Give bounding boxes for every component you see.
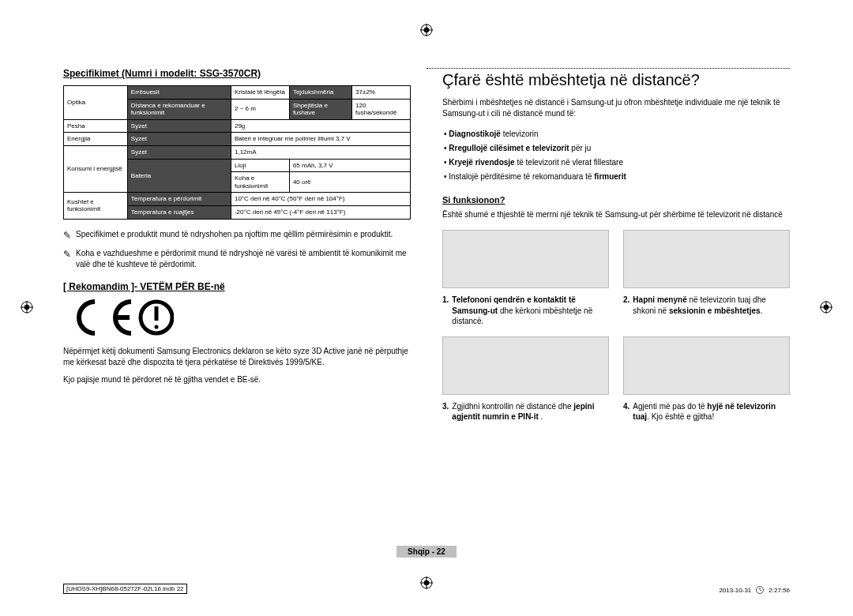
cell: Lloji <box>231 159 289 172</box>
remote-capabilities-list: Diagnostikojë televizorin Rregullojë cil… <box>442 127 790 184</box>
note-icon: ✎ <box>63 229 71 242</box>
cell: 1,12mA <box>231 145 410 159</box>
step-number: 2. <box>623 295 629 327</box>
list-item: Kryejë rivendosje të televizorit në vler… <box>453 156 790 170</box>
illustration-agent-access <box>623 336 790 395</box>
cell: Syzet <box>127 119 231 133</box>
cell: Kristale të lëngëta <box>231 86 289 100</box>
ce-mark-icon <box>63 299 411 338</box>
reg-mark-left <box>21 301 33 315</box>
clock-icon <box>756 586 764 594</box>
cell: Temperatura e përdorimit <box>127 193 231 206</box>
step-text: Telefononi qendrën e kontaktit të Samsun… <box>452 295 609 327</box>
cell: Syzet <box>127 145 231 159</box>
step-4: 4. Agjenti më pas do të hyjë në televizo… <box>623 401 790 423</box>
print-time: 2:27:56 <box>768 587 790 594</box>
note-icon: ✎ <box>63 248 71 270</box>
cell: Temperatura e ruajtjes <box>127 205 231 219</box>
left-column: Specifikimet (Numri i modelit: SSG-3570C… <box>63 68 411 423</box>
cell: Bateri e integruar me polimer litiumi 3,… <box>231 133 410 146</box>
cell: 10°C deri në 40°C (50°F deri në 104°F) <box>231 193 410 206</box>
cell: Errësuesit <box>127 86 231 100</box>
cell: Shpejtësia e fushave <box>289 99 351 119</box>
eu-recommendation-heading: [ Rekomandim ]- VETËM PËR BE-në <box>63 281 411 292</box>
cell: Kushtet e funksionimit <box>64 193 128 219</box>
step-number: 3. <box>442 401 449 423</box>
remote-support-intro: Shërbimi i mbështetjes në distancë i Sam… <box>442 97 790 119</box>
svg-line-22 <box>760 590 761 591</box>
cell: 120 fusha/sekondë <box>352 99 411 119</box>
cell: Bateria <box>127 159 231 193</box>
note-text: Specifikimet e produktit mund të ndrysho… <box>76 229 393 242</box>
step-3: 3. Zgjidhni kontrollin në distancë dhe j… <box>442 401 609 423</box>
cell: 37±2% <box>352 86 411 100</box>
cell: Distanca e rekomanduar e funksionimit <box>127 99 231 119</box>
print-date: 2013-10-31 <box>719 587 751 594</box>
illustration-pin-entry <box>442 336 609 395</box>
illustration-call-support <box>442 230 609 288</box>
step-2: 2. Hapni menynë në televizorin tuaj dhe … <box>623 295 790 327</box>
ce-declaration-text: Nëpërmjet këtij dokumenti Samsung Electr… <box>63 346 411 368</box>
spec-heading: Specifikimet (Numri i modelit: SSG-3570C… <box>63 68 411 79</box>
how-it-works-text: Është shumë e thjeshtë të merrni një tek… <box>442 209 790 220</box>
cell: Tejdukshmëria <box>289 86 351 100</box>
how-it-works-heading: Si funksionon? <box>442 195 790 205</box>
list-item: Diagnostikojë televizorin <box>453 127 790 141</box>
cell: 65 mAh, 3,7 V <box>289 159 410 172</box>
list-item: Instalojë përditësime të rekomanduara të… <box>453 170 790 184</box>
right-column: Çfarë është mbështetja në distancë? Shër… <box>442 68 790 423</box>
step-text: Agjenti më pas do të hyjë në televizorin… <box>633 401 790 423</box>
reg-mark-right <box>820 301 832 315</box>
illustration-tv-support-menu <box>623 230 790 288</box>
cell: Syzet <box>127 133 231 146</box>
cell: 29g <box>231 119 410 133</box>
step-text: Zgjidhni kontrollin në distancë dhe jepi… <box>452 401 609 423</box>
print-timestamp: 2013-10-31 2:27:56 <box>719 586 790 594</box>
spec-table: Optika Errësuesit Kristale të lëngëta Te… <box>63 85 411 220</box>
step-text: Hapni menynë në televizorin tuaj dhe shk… <box>633 295 790 327</box>
ce-usage-text: Kjo pajisje mund të përdoret në të gjith… <box>63 374 411 385</box>
cell: Optika <box>64 86 128 120</box>
list-item: Rregullojë cilësimet e televizorit për j… <box>453 141 790 156</box>
note-text: Koha e vazhdueshme e përdorimit mund të … <box>76 248 411 270</box>
cell: Konsumi i energjisë <box>64 145 128 192</box>
cell: Energjia <box>64 133 128 146</box>
step-number: 1. <box>442 295 449 327</box>
reg-mark-bottom <box>420 577 433 591</box>
section-divider-dotted <box>426 68 790 69</box>
reg-mark-top <box>420 24 433 38</box>
cell: Koha e funksionimit <box>231 172 289 193</box>
svg-point-19 <box>155 325 159 329</box>
source-file-label: [UHDS9-XH]BN68-05272F-02L16.indb 22 <box>63 584 187 594</box>
remote-support-title: Çfarë është mbështetja në distancë? <box>442 71 790 89</box>
cell: Pesha <box>64 119 128 133</box>
step-number: 4. <box>623 401 629 423</box>
cell: 40 orë <box>289 172 410 193</box>
step-1: 1. Telefononi qendrën e kontaktit të Sam… <box>442 295 609 327</box>
cell: 2 ~ 6 m <box>231 99 289 119</box>
cell: -20°C deri në 45°C (-4°F deri në 113°F) <box>231 205 410 219</box>
page-number: Shqip - 22 <box>396 546 457 558</box>
